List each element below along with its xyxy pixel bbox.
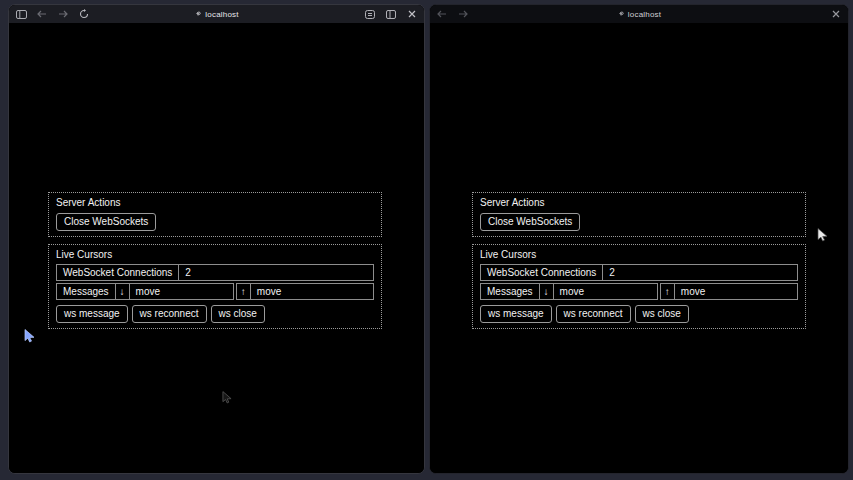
remote-cursor-blue <box>24 329 35 343</box>
up-arrow-icon: ↑ <box>237 284 251 299</box>
close-icon[interactable] <box>830 8 842 20</box>
toolbar-right <box>830 8 842 20</box>
messages-up-group: ↑ move <box>660 283 798 300</box>
page-content: Server Actions Close WebSockets Live Cur… <box>430 23 848 474</box>
page-content: Server Actions Close WebSockets Live Cur… <box>9 23 424 474</box>
live-cursors-section: Live Cursors WebSocket Connections 2 Mes… <box>48 244 382 329</box>
link-icon <box>194 10 202 18</box>
messages-row: Messages ↓ move ↑ move <box>480 283 798 300</box>
title-bar[interactable]: localhost <box>9 5 424 23</box>
close-websockets-button[interactable]: Close WebSockets <box>480 213 580 231</box>
up-message-value: move <box>251 284 373 299</box>
live-cursors-title: Live Cursors <box>480 249 798 261</box>
connections-value: 2 <box>603 265 797 280</box>
ws-demo-panel: Server Actions Close WebSockets Live Cur… <box>48 192 382 336</box>
ws-close-button[interactable]: ws close <box>211 305 265 323</box>
server-actions-title: Server Actions <box>56 197 374 209</box>
ws-close-button[interactable]: ws close <box>635 305 689 323</box>
toolbar-left <box>15 8 90 20</box>
server-actions-section: Server Actions Close WebSockets <box>472 192 806 237</box>
ws-demo-panel: Server Actions Close WebSockets Live Cur… <box>472 192 806 336</box>
address-title: localhost <box>430 5 848 23</box>
sidebar-icon[interactable] <box>15 8 27 20</box>
split-view-icon[interactable] <box>385 8 397 20</box>
up-arrow-icon: ↑ <box>661 284 675 299</box>
forward-icon[interactable] <box>57 8 69 20</box>
connections-label: WebSocket Connections <box>481 265 603 280</box>
back-icon[interactable] <box>436 8 448 20</box>
connections-value: 2 <box>179 265 373 280</box>
toolbar-left <box>436 8 469 20</box>
ws-buttons-row: ws message ws reconnect ws close <box>480 303 798 323</box>
remote-cursor-faint <box>222 391 232 404</box>
title-bar[interactable]: localhost <box>430 5 848 23</box>
messages-label: Messages <box>57 284 116 299</box>
messages-label: Messages <box>481 284 540 299</box>
up-message-value: move <box>675 284 797 299</box>
connections-label: WebSocket Connections <box>57 265 179 280</box>
forward-icon[interactable] <box>457 8 469 20</box>
down-message-value: move <box>130 284 233 299</box>
messages-down-group: Messages ↓ move <box>56 283 234 300</box>
page-title: localhost <box>628 10 661 19</box>
ws-buttons-row: ws message ws reconnect ws close <box>56 303 374 323</box>
browser-window-left: localhost Server Actions Close WebSocket… <box>8 4 425 474</box>
browser-window-right: localhost Server Actions Close WebSocket… <box>429 4 849 474</box>
ws-message-button[interactable]: ws message <box>56 305 128 323</box>
ws-reconnect-button[interactable]: ws reconnect <box>556 305 631 323</box>
messages-down-group: Messages ↓ move <box>480 283 658 300</box>
down-arrow-icon: ↓ <box>116 284 130 299</box>
connections-row: WebSocket Connections 2 <box>56 264 374 281</box>
close-icon[interactable] <box>406 8 418 20</box>
live-cursors-title: Live Cursors <box>56 249 374 261</box>
connections-row: WebSocket Connections 2 <box>480 264 798 281</box>
close-websockets-button[interactable]: Close WebSockets <box>56 213 156 231</box>
toolbar-right <box>364 8 418 20</box>
messages-up-group: ↑ move <box>236 283 374 300</box>
down-arrow-icon: ↓ <box>540 284 554 299</box>
reader-icon[interactable] <box>364 8 376 20</box>
link-icon <box>617 10 625 18</box>
messages-row: Messages ↓ move ↑ move <box>56 283 374 300</box>
server-actions-section: Server Actions Close WebSockets <box>48 192 382 237</box>
ws-reconnect-button[interactable]: ws reconnect <box>132 305 207 323</box>
page-title: localhost <box>205 10 238 19</box>
down-message-value: move <box>554 284 657 299</box>
ws-message-button[interactable]: ws message <box>480 305 552 323</box>
server-actions-title: Server Actions <box>480 197 798 209</box>
pointer-cursor-white <box>817 228 828 242</box>
live-cursors-section: Live Cursors WebSocket Connections 2 Mes… <box>472 244 806 329</box>
reload-icon[interactable] <box>78 8 90 20</box>
back-icon[interactable] <box>36 8 48 20</box>
